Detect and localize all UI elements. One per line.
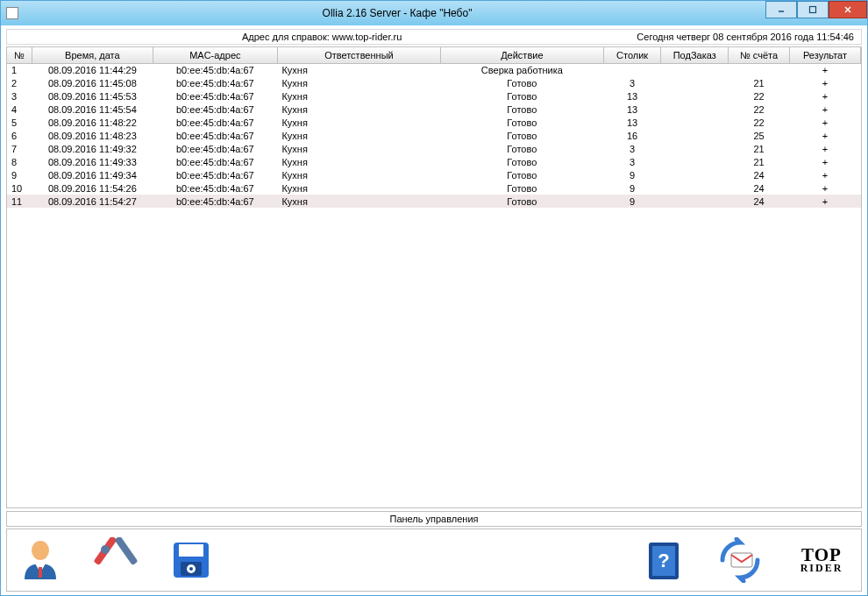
- svg-text:?: ?: [658, 550, 669, 571]
- cell: b0:ee:45:db:4a:67: [153, 116, 277, 129]
- cell: Кухня: [277, 195, 440, 208]
- cell: 08.09.2016 11:45:54: [32, 103, 153, 116]
- cell: Готово: [440, 129, 603, 142]
- cell: 25: [729, 129, 790, 142]
- cell: Готово: [440, 76, 603, 89]
- cell: 13: [603, 116, 661, 129]
- cell: Готово: [440, 103, 603, 116]
- cell: 08.09.2016 11:54:27: [32, 195, 153, 208]
- close-button[interactable]: [829, 1, 867, 18]
- cell: 08.09.2016 11:48:22: [32, 116, 153, 129]
- cell: [661, 116, 729, 129]
- log-table-container[interactable]: № Время, дата MAC-адрес Ответственный Де…: [6, 46, 862, 508]
- cell: Готово: [440, 155, 603, 168]
- cell: +: [790, 142, 861, 155]
- svg-rect-7: [114, 537, 138, 565]
- cell: b0:ee:45:db:4a:67: [153, 89, 277, 103]
- cell: b0:ee:45:db:4a:67: [153, 103, 277, 116]
- cell: 21: [729, 76, 790, 89]
- col-bill[interactable]: № счёта: [729, 47, 790, 63]
- address-label: Адрес для справок: www.top-rider.ru: [242, 32, 402, 42]
- cell: 5: [7, 116, 32, 129]
- cell: b0:ee:45:db:4a:67: [153, 76, 277, 89]
- settings-button[interactable]: [91, 536, 140, 585]
- save-button[interactable]: [167, 536, 216, 585]
- col-datetime[interactable]: Время, дата: [32, 47, 153, 63]
- cell: 10: [7, 181, 32, 195]
- window-controls: [765, 1, 867, 18]
- cell: [661, 63, 729, 76]
- svg-point-8: [101, 545, 110, 554]
- cell: 21: [729, 142, 790, 155]
- app-window: Ollia 2.16 Server - Кафе "Небо" Адрес дл…: [0, 0, 868, 596]
- cell: [661, 89, 729, 103]
- table-row[interactable]: 1008.09.2016 11:54:26b0:ee:45:db:4a:67Ку…: [7, 181, 861, 195]
- info-bar: Адрес для справок: www.top-rider.ru Сего…: [6, 29, 862, 45]
- help-button[interactable]: ?: [640, 536, 689, 585]
- cell: +: [790, 116, 861, 129]
- log-table: № Время, дата MAC-адрес Ответственный Де…: [7, 47, 861, 208]
- cell: b0:ee:45:db:4a:67: [153, 168, 277, 181]
- date-label: Сегодня четверг 08 сентября 2016 года 11…: [637, 32, 854, 42]
- col-action[interactable]: Действие: [440, 47, 603, 63]
- cell: 08.09.2016 11:49:32: [32, 142, 153, 155]
- table-header-row: № Время, дата MAC-адрес Ответственный Де…: [7, 47, 861, 63]
- cell: [661, 195, 729, 208]
- cell: +: [790, 181, 861, 195]
- cell: [729, 63, 790, 76]
- cell: Кухня: [277, 89, 440, 103]
- table-row[interactable]: 208.09.2016 11:45:08b0:ee:45:db:4a:67Кух…: [7, 76, 861, 89]
- cell: Кухня: [277, 129, 440, 142]
- table-row[interactable]: 408.09.2016 11:45:54b0:ee:45:db:4a:67Кух…: [7, 103, 861, 116]
- cell: 08.09.2016 11:49:34: [32, 168, 153, 181]
- cell: +: [790, 155, 861, 168]
- logo[interactable]: TOP RIDER: [791, 536, 852, 585]
- col-suborder[interactable]: ПодЗаказ: [661, 47, 729, 63]
- cell: [661, 129, 729, 142]
- cell: 11: [7, 195, 32, 208]
- user-icon: [18, 537, 63, 583]
- col-table[interactable]: Столик: [603, 47, 661, 63]
- cell: Готово: [440, 116, 603, 129]
- cell: Готово: [440, 181, 603, 195]
- mail-button[interactable]: [715, 536, 765, 585]
- cell: [661, 76, 729, 89]
- cell: [661, 142, 729, 155]
- table-row[interactable]: 508.09.2016 11:48:22b0:ee:45:db:4a:67Кух…: [7, 116, 861, 129]
- cell: [661, 155, 729, 168]
- cell: 3: [603, 76, 661, 89]
- col-mac[interactable]: MAC-адрес: [153, 47, 277, 63]
- table-row[interactable]: 708.09.2016 11:49:32b0:ee:45:db:4a:67Кух…: [7, 142, 861, 155]
- cell: b0:ee:45:db:4a:67: [153, 63, 277, 76]
- cell: [661, 103, 729, 116]
- cell: b0:ee:45:db:4a:67: [153, 129, 277, 142]
- svg-point-4: [32, 541, 49, 560]
- table-row[interactable]: 108.09.2016 11:44:29b0:ee:45:db:4a:67Кух…: [7, 63, 861, 76]
- cell: Кухня: [277, 63, 440, 76]
- cell: +: [790, 63, 861, 76]
- table-row[interactable]: 608.09.2016 11:48:23b0:ee:45:db:4a:67Кух…: [7, 129, 861, 142]
- cell: +: [790, 195, 861, 208]
- table-row[interactable]: 1108.09.2016 11:54:27b0:ee:45:db:4a:67Ку…: [7, 195, 861, 208]
- cell: 22: [729, 103, 790, 116]
- cell: [661, 168, 729, 181]
- maximize-button[interactable]: [797, 1, 829, 18]
- cell: 08.09.2016 11:49:33: [32, 155, 153, 168]
- cell: [661, 181, 729, 195]
- col-result[interactable]: Результат: [790, 47, 861, 63]
- user-button[interactable]: [16, 536, 65, 585]
- table-row[interactable]: 308.09.2016 11:45:53b0:ee:45:db:4a:67Кух…: [7, 89, 861, 103]
- cell: 16: [603, 129, 661, 142]
- table-row[interactable]: 908.09.2016 11:49:34b0:ee:45:db:4a:67Кух…: [7, 168, 861, 181]
- cell: 22: [729, 89, 790, 103]
- titlebar[interactable]: Ollia 2.16 Server - Кафе "Небо": [1, 1, 867, 25]
- cell: Готово: [440, 89, 603, 103]
- cell: 13: [603, 89, 661, 103]
- col-responsible[interactable]: Ответственный: [277, 47, 440, 63]
- minimize-button[interactable]: [765, 1, 797, 18]
- cell: 3: [603, 142, 661, 155]
- col-num[interactable]: №: [7, 47, 32, 63]
- table-row[interactable]: 808.09.2016 11:49:33b0:ee:45:db:4a:67Кух…: [7, 155, 861, 168]
- cell: +: [790, 76, 861, 89]
- cell: Кухня: [277, 103, 440, 116]
